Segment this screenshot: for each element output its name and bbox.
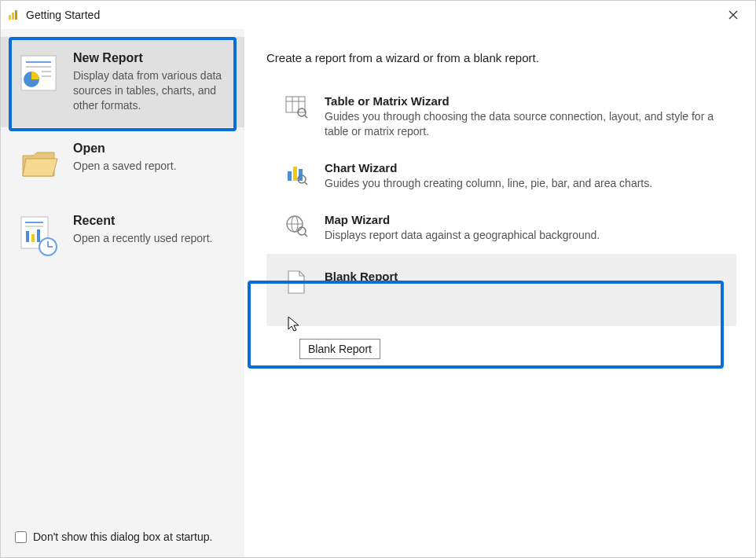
close-icon <box>728 10 738 20</box>
option-map-wizard[interactable]: Map Wizard Displays report data against … <box>266 202 736 254</box>
blank-report-icon <box>284 270 309 295</box>
close-button[interactable] <box>717 4 749 26</box>
startup-checkbox-row[interactable]: Don't show this dialog box at startup. <box>15 530 212 543</box>
map-wizard-icon <box>284 213 309 238</box>
sidebar: New Report Display data from various dat… <box>1 29 244 557</box>
chart-wizard-icon <box>284 161 309 186</box>
sidebar-item-open[interactable]: Open Open a saved report. <box>1 127 244 200</box>
svg-rect-14 <box>26 231 29 242</box>
option-desc: Displays report data against a geographi… <box>325 228 727 243</box>
option-title: Map Wizard <box>325 213 727 226</box>
app-icon <box>7 9 20 21</box>
window-title: Getting Started <box>26 9 100 21</box>
option-chart-wizard[interactable]: Chart Wizard Guides you through creating… <box>266 150 736 202</box>
sidebar-item-desc: Open a recently used report. <box>73 231 235 246</box>
svg-rect-1 <box>12 13 14 20</box>
svg-rect-0 <box>9 15 11 20</box>
recent-icon <box>17 214 61 258</box>
option-desc: Guides you through creating column, line… <box>325 176 727 191</box>
startup-checkbox-label: Don't show this dialog box at startup. <box>33 530 212 543</box>
svg-rect-20 <box>286 97 305 112</box>
svg-line-30 <box>305 182 307 185</box>
svg-rect-15 <box>31 234 35 242</box>
option-desc: Guides you through choosing the data sou… <box>325 109 727 139</box>
option-title: Blank Report <box>325 270 727 283</box>
sidebar-item-title: Open <box>73 141 235 156</box>
open-folder-icon <box>17 141 61 185</box>
sidebar-item-new-report[interactable]: New Report Display data from various dat… <box>1 37 244 127</box>
tooltip: Blank Report <box>299 339 380 359</box>
sidebar-item-title: New Report <box>73 51 235 65</box>
table-wizard-icon <box>284 94 309 119</box>
option-title: Table or Matrix Wizard <box>325 94 727 108</box>
option-table-matrix-wizard[interactable]: Table or Matrix Wizard Guides you throug… <box>266 83 736 150</box>
titlebar: Getting Started <box>1 1 755 29</box>
option-blank-report[interactable]: Blank Report <box>266 254 736 326</box>
sidebar-item-desc: Open a saved report. <box>73 159 235 174</box>
main-heading: Create a report from a wizard or from a … <box>266 51 736 64</box>
sidebar-item-desc: Display data from various data sources i… <box>73 68 235 113</box>
svg-rect-26 <box>288 171 292 181</box>
dialog-content: New Report Display data from various dat… <box>1 29 755 557</box>
svg-rect-16 <box>37 229 40 242</box>
startup-checkbox[interactable] <box>15 531 27 543</box>
sidebar-item-title: Recent <box>73 214 235 228</box>
svg-rect-27 <box>293 167 297 181</box>
sidebar-item-recent[interactable]: Recent Open a recently used report. <box>1 200 244 272</box>
svg-rect-2 <box>15 10 17 20</box>
main-panel: Create a report from a wizard or from a … <box>244 29 755 557</box>
option-title: Chart Wizard <box>325 161 727 174</box>
new-report-icon <box>17 51 61 95</box>
svg-line-35 <box>305 234 307 237</box>
svg-line-25 <box>305 116 307 118</box>
